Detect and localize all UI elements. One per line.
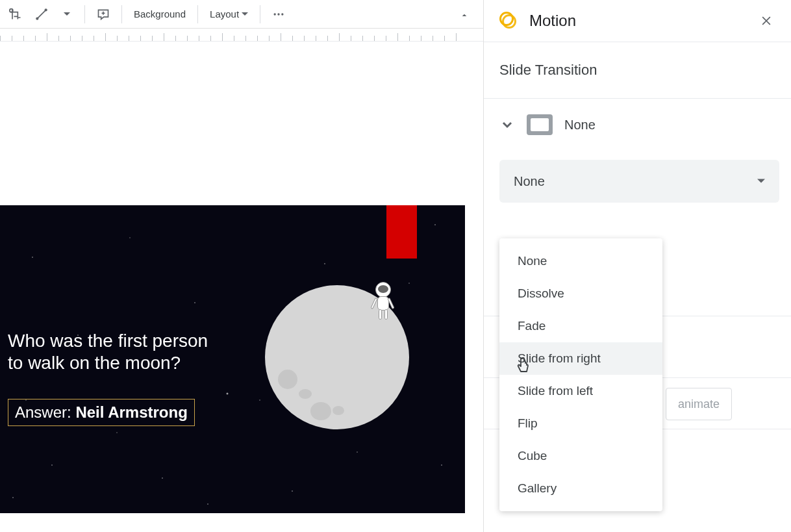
slide[interactable]: Who was the first person to walk on the … [0, 205, 465, 513]
svg-point-2 [36, 17, 38, 19]
more-horizontal-icon [272, 8, 285, 21]
answer-label: Answer: [15, 403, 75, 421]
svg-point-3 [45, 8, 47, 11]
line-dropdown-caret[interactable] [56, 3, 78, 25]
red-shape[interactable] [386, 205, 417, 259]
dropdown-item-slide-from-right[interactable]: Slide from right [499, 342, 662, 375]
dropdown-item-slide-from-left[interactable]: Slide from left [499, 375, 662, 407]
ruler [0, 29, 483, 42]
crop-icon [9, 8, 22, 21]
comment-button[interactable] [92, 3, 115, 25]
slide-thumbnail-icon [527, 114, 553, 135]
animate-label: animate [678, 398, 720, 411]
layout-button[interactable]: Layout [205, 3, 253, 25]
canvas-area: Who was the first person to walk on the … [0, 42, 483, 532]
question-line1: Who was the first person [8, 330, 208, 352]
separator [84, 5, 85, 23]
svg-point-8 [281, 13, 283, 15]
layout-label: Layout [210, 8, 239, 19]
chevron-up-icon [459, 10, 470, 20]
motion-icon [499, 12, 518, 30]
caret-down-icon [242, 11, 248, 18]
slide-question-text[interactable]: Who was the first person to walk on the … [8, 330, 208, 374]
transition-select[interactable]: None [499, 160, 779, 203]
comment-icon [97, 8, 110, 21]
dropdown-item-cube[interactable]: Cube [499, 440, 662, 472]
slide-transition-section: Slide Transition [484, 42, 791, 99]
transition-summary-row[interactable]: None [484, 99, 791, 151]
caret-down-icon [757, 177, 765, 185]
line-icon [35, 8, 48, 21]
transition-dropdown-menu: None Dissolve Fade Slide from right Slid… [499, 238, 662, 511]
panel-title: Motion [529, 12, 746, 30]
select-value: None [514, 174, 545, 189]
collapse-toolbar-button[interactable] [453, 4, 475, 26]
answer-textbox[interactable]: Answer: Neil Armstrong [8, 399, 195, 426]
svg-point-7 [277, 13, 279, 15]
background-button[interactable]: Background [129, 3, 191, 25]
caret-down-icon [64, 11, 70, 18]
dropdown-item-none[interactable]: None [499, 245, 662, 277]
animate-button-partial[interactable]: animate [666, 388, 732, 420]
motion-panel: Motion Slide Transition None None animat… [483, 0, 791, 532]
svg-point-6 [274, 13, 276, 15]
separator [260, 5, 260, 23]
close-icon [760, 14, 773, 27]
separator [197, 5, 198, 23]
more-button[interactable] [267, 3, 290, 25]
separator [121, 5, 122, 23]
section-title: Slide Transition [499, 62, 775, 79]
chevron-down-icon [499, 117, 515, 133]
dropdown-item-dissolve[interactable]: Dissolve [499, 277, 662, 310]
panel-header: Motion [484, 0, 791, 42]
crop-tool-button[interactable] [4, 3, 27, 25]
question-line2: to walk on the moon? [8, 352, 208, 374]
dropdown-item-flip[interactable]: Flip [499, 407, 662, 440]
answer-value: Neil Armstrong [75, 403, 187, 421]
svg-line-1 [37, 10, 45, 18]
toolbar: Background Layout [0, 0, 483, 29]
dropdown-item-fade[interactable]: Fade [499, 310, 662, 342]
current-transition-label: None [564, 118, 596, 133]
line-tool-button[interactable] [30, 3, 53, 25]
astronaut-graphic[interactable] [370, 282, 396, 321]
svg-point-0 [10, 8, 13, 12]
close-panel-button[interactable] [757, 12, 775, 30]
dropdown-item-gallery[interactable]: Gallery [499, 472, 662, 505]
